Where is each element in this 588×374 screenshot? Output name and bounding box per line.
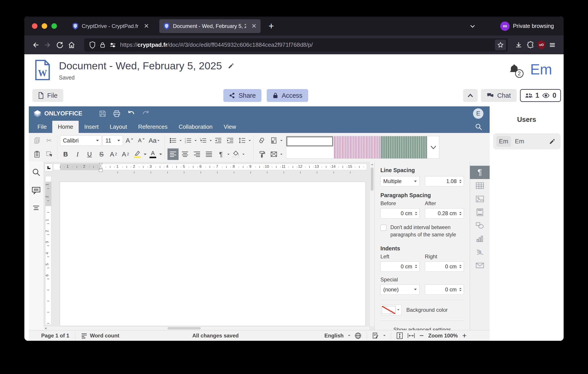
url-bar[interactable]: https://cryptpad.fr/doc/#/3/doc/edit/ff0…: [84, 38, 508, 52]
comments-icon[interactable]: [32, 187, 41, 195]
back-icon[interactable]: [30, 39, 42, 51]
bullet-list-icon[interactable]: [168, 135, 178, 146]
document-canvas[interactable]: 21123456789101112131415 21123456: [43, 162, 374, 330]
fit-width-icon[interactable]: [408, 332, 415, 339]
decrease-indent-icon[interactable]: [213, 135, 224, 146]
font-color-dropdown[interactable]: [159, 154, 162, 155]
style-preview-no-spacing[interactable]: [333, 136, 380, 158]
permissions-icon[interactable]: [109, 42, 116, 48]
extensions-puzzle-icon[interactable]: [525, 39, 537, 51]
redo-icon[interactable]: [142, 110, 150, 117]
line-spacing-dropdown[interactable]: [249, 140, 251, 141]
horizontal-ruler[interactable]: 21123456789101112131415: [43, 164, 369, 175]
zoom-out-icon[interactable]: −: [420, 331, 424, 340]
paragraph-settings-icon[interactable]: ¶: [470, 166, 490, 179]
mail-merge-settings-icon[interactable]: [470, 259, 490, 272]
zoom-in-icon[interactable]: +: [462, 331, 467, 340]
office-user-avatar[interactable]: E: [473, 108, 483, 119]
forward-icon[interactable]: [42, 39, 54, 51]
numbered-list-dropdown[interactable]: [195, 140, 197, 141]
table-shading-icon[interactable]: [268, 135, 279, 146]
spacing-before-spinner[interactable]: 0 cm: [380, 208, 420, 218]
menu-tab-file[interactable]: File: [32, 121, 52, 133]
line-spacing-icon[interactable]: [237, 135, 248, 146]
edit-title-pencil-icon[interactable]: [228, 62, 234, 69]
menu-tab-home[interactable]: Home: [52, 121, 79, 133]
menu-hamburger-icon[interactable]: [546, 39, 558, 51]
multilevel-list-dropdown[interactable]: [210, 140, 212, 141]
increase-indent-icon[interactable]: [225, 135, 236, 146]
home-icon[interactable]: [66, 39, 78, 51]
change-case-icon[interactable]: Aa: [148, 135, 160, 146]
print-icon[interactable]: [113, 110, 121, 117]
paragraph-shading-icon[interactable]: [231, 148, 242, 160]
horizontal-scroll-thumb[interactable]: [168, 327, 201, 330]
find-search-icon[interactable]: [32, 168, 40, 176]
highlight-color-dropdown[interactable]: [144, 154, 147, 155]
page-indicator[interactable]: Page 1 of 1: [41, 332, 69, 339]
scroll-up-icon[interactable]: [370, 162, 374, 167]
no-interval-checkbox[interactable]: [380, 225, 386, 231]
table-settings-icon[interactable]: [470, 179, 490, 192]
list-all-tabs-chevron-icon[interactable]: [469, 23, 476, 30]
style-gallery-expand-icon[interactable]: [427, 136, 439, 158]
edit-user-name-pencil-icon[interactable]: [549, 138, 556, 145]
new-tab-button[interactable]: +: [269, 21, 274, 31]
table-shading-dropdown[interactable]: [280, 140, 283, 141]
zoom-level-label[interactable]: Zoom 100%: [428, 332, 458, 339]
special-indent-select[interactable]: (none): [380, 284, 420, 295]
multilevel-list-icon[interactable]: 1: [198, 135, 209, 146]
browser-tab-document[interactable]: Document - Wed, February 5, 2025 ✕: [159, 19, 261, 33]
tracking-protection-shield-icon[interactable]: [89, 41, 96, 49]
undo-icon[interactable]: [127, 110, 135, 117]
line-spacing-select[interactable]: Multiple: [380, 176, 420, 186]
underline-icon[interactable]: U: [84, 148, 95, 160]
close-tab-icon[interactable]: ✕: [144, 23, 149, 29]
indent-marker[interactable]: [99, 163, 103, 173]
horizontal-scrollbar[interactable]: [43, 326, 369, 330]
menu-tab-layout[interactable]: Layout: [104, 121, 133, 133]
style-preview-normal[interactable]: [286, 136, 333, 146]
numbered-list-icon[interactable]: 123: [183, 135, 194, 146]
collapse-toolbar-button[interactable]: [463, 89, 478, 102]
connection-lock-icon[interactable]: [100, 42, 105, 49]
user-list-item[interactable]: Em Em: [493, 133, 560, 149]
account-avatar[interactable]: Em: [530, 61, 552, 78]
select-all-icon[interactable]: [43, 148, 54, 160]
vertical-scroll-thumb[interactable]: [371, 167, 374, 191]
ublock-origin-icon[interactable]: uO: [537, 40, 546, 50]
italic-icon[interactable]: I: [72, 148, 83, 160]
bold-icon[interactable]: B: [60, 148, 71, 160]
downloads-icon[interactable]: [513, 39, 525, 51]
vertical-scrollbar[interactable]: [369, 162, 374, 326]
text-art-settings-icon[interactable]: Ta: [470, 246, 490, 259]
menu-tab-collaboration[interactable]: Collaboration: [173, 121, 218, 133]
chart-settings-icon[interactable]: [470, 232, 490, 246]
document-title[interactable]: Document - Wed, February 5, 2025: [59, 60, 222, 72]
copy-style-icon[interactable]: [256, 148, 267, 160]
bullet-list-dropdown[interactable]: [179, 140, 182, 141]
language-label[interactable]: English: [324, 332, 344, 339]
url-text[interactable]: https://cryptpad.fr/doc/#/3/doc/edit/ff0…: [120, 42, 491, 48]
special-indent-spinner[interactable]: 0 cm: [425, 284, 464, 295]
nonprinting-characters-dropdown[interactable]: [227, 154, 230, 155]
chat-button[interactable]: Chat: [481, 89, 516, 102]
line-spacing-value-spinner[interactable]: 1.08: [425, 176, 464, 186]
superscript-icon[interactable]: A2: [108, 148, 119, 160]
file-button[interactable]: File: [32, 89, 63, 102]
highlight-color-icon[interactable]: [132, 148, 143, 160]
navigation-headings-icon[interactable]: [32, 205, 40, 211]
fit-page-icon[interactable]: [396, 332, 403, 339]
close-window-button[interactable]: [32, 23, 37, 29]
align-left-icon[interactable]: [168, 148, 178, 160]
style-preview-heading[interactable]: [380, 136, 427, 158]
menu-tab-references[interactable]: References: [133, 121, 173, 133]
indent-left-spinner[interactable]: 0 cm: [380, 261, 420, 272]
header-footer-settings-icon[interactable]: [470, 206, 490, 219]
access-button[interactable]: Access: [267, 89, 308, 102]
minimize-window-button[interactable]: [42, 23, 47, 29]
align-right-icon[interactable]: [191, 148, 202, 160]
font-name-select[interactable]: Calibri: [60, 135, 102, 145]
increase-font-icon[interactable]: A: [124, 135, 135, 146]
scroll-left-icon[interactable]: [44, 327, 47, 330]
